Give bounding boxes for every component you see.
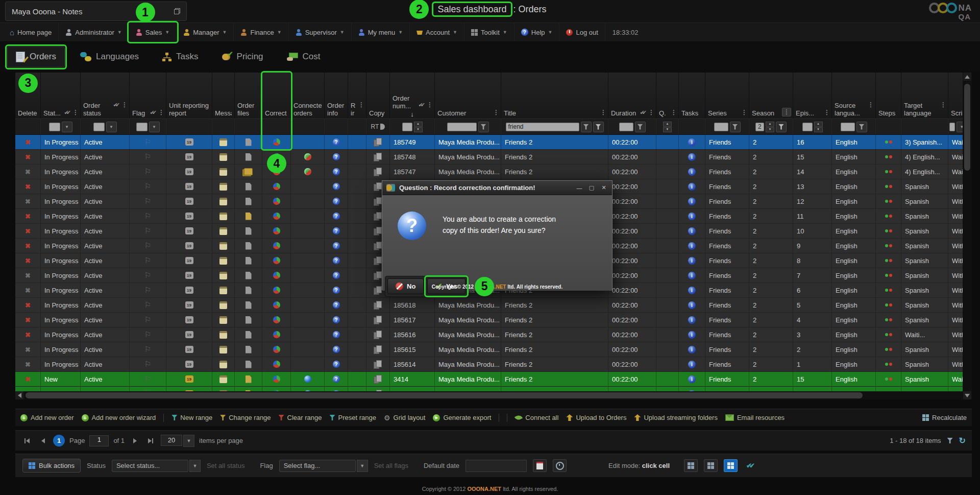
- cell-unit[interactable]: 19: [166, 150, 212, 164]
- delete-icon[interactable]: ✖: [25, 346, 31, 353]
- cell-title[interactable]: Friends 2: [501, 135, 608, 149]
- flag-icon[interactable]: ⚐: [144, 271, 151, 280]
- cell-target[interactable]: Spanish: [901, 179, 948, 194]
- cell-copy[interactable]: [366, 342, 390, 357]
- message-icon[interactable]: [219, 375, 227, 383]
- steps-icon[interactable]: [885, 289, 892, 292]
- cell-delete[interactable]: ✖: [15, 372, 41, 386]
- message-icon[interactable]: [219, 138, 227, 146]
- cell-num[interactable]: 185747: [390, 164, 435, 179]
- filter-input[interactable]: [447, 123, 477, 131]
- cell-source[interactable]: English: [832, 135, 876, 149]
- cell-series[interactable]: Friends: [705, 342, 749, 357]
- cell-copy[interactable]: [366, 135, 390, 149]
- message-icon[interactable]: [219, 227, 227, 235]
- column-header-correct[interactable]: Correct: [262, 73, 291, 119]
- cell-scrip[interactable]: Wait: [948, 164, 963, 179]
- cell-rir[interactable]: [348, 164, 366, 179]
- refresh-icon[interactable]: ↻: [959, 436, 966, 445]
- cell-correct[interactable]: [262, 327, 291, 342]
- column-header-files[interactable]: Order files: [235, 73, 262, 119]
- cell-num[interactable]: 185749: [390, 135, 435, 149]
- cell-files[interactable]: [235, 253, 262, 268]
- cell-delete[interactable]: ✖: [15, 283, 41, 297]
- copy-icon[interactable]: [374, 316, 382, 324]
- cell-q[interactable]: [656, 313, 679, 327]
- column-menu-icon[interactable]: ⋮: [427, 101, 433, 109]
- cell-ostatus[interactable]: Active: [81, 298, 130, 312]
- cell-delete[interactable]: ✖: [15, 313, 41, 327]
- toolbar-new-range[interactable]: New range: [172, 414, 212, 421]
- correct-icon[interactable]: [273, 361, 280, 368]
- cell-q[interactable]: [656, 224, 679, 238]
- filter-input[interactable]: friend: [506, 123, 579, 131]
- cell-customer[interactable]: Maya Media Produ...: [435, 357, 501, 371]
- cell-epis[interactable]: 12: [793, 194, 832, 208]
- cell-steps[interactable]: [876, 150, 901, 164]
- correct-icon[interactable]: [273, 138, 280, 146]
- cell-files[interactable]: [235, 298, 262, 312]
- unit-report-icon[interactable]: 19: [185, 287, 193, 294]
- cell-q[interactable]: [656, 298, 679, 312]
- order-files-icon[interactable]: [246, 183, 252, 191]
- cell-connected[interactable]: [291, 150, 325, 164]
- copy-icon[interactable]: [374, 168, 382, 176]
- half-circle-icon[interactable]: [380, 124, 385, 130]
- cell-q[interactable]: [656, 209, 679, 223]
- cell-duration[interactable]: 00:22:00: [608, 224, 656, 238]
- cell-unit[interactable]: 19: [166, 239, 212, 253]
- cell-q[interactable]: [656, 239, 679, 253]
- cell-flag[interactable]: ⚐: [130, 150, 166, 164]
- cell-source[interactable]: English: [832, 194, 876, 208]
- flag-icon[interactable]: ⚐: [144, 182, 151, 191]
- cell-messag[interactable]: [212, 253, 235, 268]
- copy-icon[interactable]: [374, 345, 382, 353]
- order-info-icon[interactable]: ?: [333, 213, 340, 220]
- tasks-info-icon[interactable]: i: [688, 213, 696, 220]
- chevron-down-icon[interactable]: ▼: [106, 122, 117, 132]
- cell-info[interactable]: ?: [325, 313, 348, 327]
- cell-duration[interactable]: 00:22:00: [608, 342, 656, 357]
- cell-source[interactable]: English: [832, 313, 876, 327]
- cell-connected[interactable]: [291, 313, 325, 327]
- steps-icon[interactable]: [885, 303, 892, 307]
- message-icon[interactable]: [219, 198, 227, 205]
- status-select[interactable]: Select status... ▼: [112, 460, 201, 472]
- cell-steps[interactable]: [876, 239, 901, 253]
- scroll-left-icon[interactable]: [15, 391, 23, 399]
- cell-source[interactable]: English: [832, 239, 876, 253]
- flag-icon[interactable]: ⚐: [144, 286, 151, 295]
- toolbar-upload-to-orders[interactable]: Upload to Orders: [566, 414, 626, 421]
- cell-info[interactable]: ?: [325, 194, 348, 208]
- cell-delete[interactable]: ✖: [15, 150, 41, 164]
- order-info-icon[interactable]: ?: [333, 242, 340, 249]
- message-icon[interactable]: [219, 331, 227, 339]
- cell-steps[interactable]: [876, 372, 901, 386]
- cell-rir[interactable]: [348, 179, 366, 194]
- cell-connected[interactable]: [291, 135, 325, 149]
- order-files-icon[interactable]: [246, 301, 252, 309]
- unit-report-icon[interactable]: 19: [185, 183, 193, 190]
- cell-customer[interactable]: Maya Media Produ...: [435, 298, 501, 312]
- order-files-icon[interactable]: [246, 272, 252, 279]
- cell-target[interactable]: 4) English...: [901, 150, 948, 164]
- cell-target[interactable]: Spanish: [901, 283, 948, 297]
- cell-tasks[interactable]: i: [679, 342, 705, 357]
- cell-flag[interactable]: ⚐: [130, 268, 166, 282]
- cell-tasks[interactable]: i: [679, 298, 705, 312]
- correct-icon[interactable]: [273, 198, 280, 205]
- flag-select[interactable]: Select flag... ▼: [279, 460, 368, 472]
- menu-item-administrator[interactable]: Administrator▼: [59, 23, 129, 41]
- copy-icon[interactable]: [374, 331, 382, 339]
- steps-icon[interactable]: [885, 229, 892, 232]
- column-menu-icon[interactable]: ⋮: [648, 109, 654, 116]
- cell-series[interactable]: Friends: [705, 150, 749, 164]
- toolbar-change-range[interactable]: Change range: [220, 414, 271, 421]
- spinner-stepper[interactable]: ▲▼: [766, 122, 774, 132]
- cell-season[interactable]: 2: [749, 224, 793, 238]
- cell-season[interactable]: 2: [749, 313, 793, 327]
- cell-copy[interactable]: [366, 150, 390, 164]
- cell-ostatus[interactable]: Active: [81, 194, 130, 208]
- set-all-flags-button[interactable]: Set all flags: [374, 462, 408, 469]
- unit-report-icon[interactable]: 19: [185, 272, 193, 279]
